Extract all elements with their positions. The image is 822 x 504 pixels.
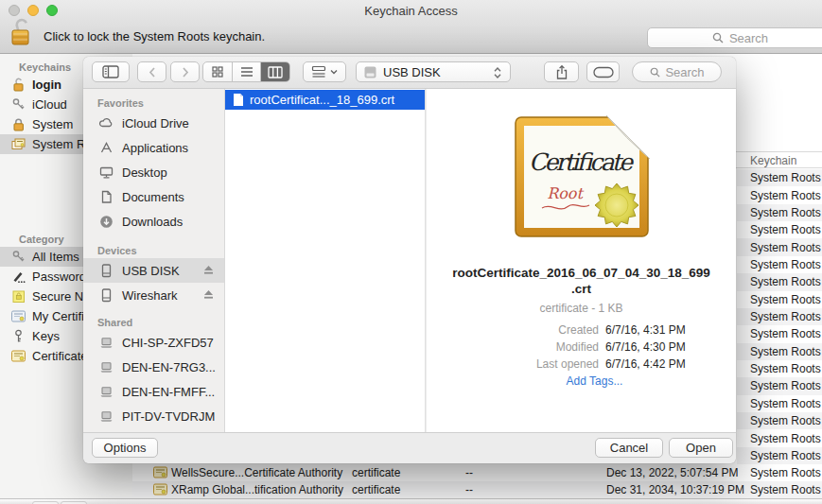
sidebar-item-shared-computer[interactable]: CHI-SP-ZXFD57 <box>83 330 224 355</box>
usb-drive-icon <box>98 263 114 279</box>
preview-pane: Certificate Root rootCertificate_2016_06… <box>427 89 736 433</box>
icon-view-button[interactable] <box>203 62 232 81</box>
lock-banner-text[interactable]: Click to lock the System Roots keychain. <box>44 29 265 43</box>
chevron-left-icon <box>146 65 159 79</box>
grid-view-icon <box>211 65 224 78</box>
created-label: Created <box>427 322 599 339</box>
certificate-icon <box>153 466 167 481</box>
keychain-column-rows: System RootsSystem RootsSystem RootsSyst… <box>737 169 822 464</box>
keys-icon <box>11 250 26 264</box>
open-button[interactable]: Open <box>669 438 733 458</box>
sidebar-item-shared-computer[interactable]: DEN-EN-7RG3... <box>83 355 224 379</box>
sidebar-item-documents[interactable]: Documents <box>83 184 224 209</box>
keychain-cell[interactable]: System Roots <box>737 429 822 446</box>
dialog-body: Favorites iCloud Drive Applications Desk… <box>83 89 736 433</box>
list-view-icon <box>240 65 254 78</box>
file-row-selected[interactable]: rootCertificat..._18_699.crt <box>225 90 425 110</box>
dialog-toolbar: USB DISK Search <box>83 57 736 89</box>
eject-icon[interactable] <box>202 264 215 276</box>
keychain-cell[interactable]: System Roots <box>737 291 822 308</box>
keychain-cell[interactable]: System Roots <box>737 204 822 221</box>
file-name: rootCertificat..._18_699.crt <box>250 93 394 107</box>
tag-button[interactable] <box>586 61 620 82</box>
share-icon <box>554 64 569 80</box>
cert-date-cell: -- <box>465 466 473 479</box>
lock-open-icon[interactable] <box>9 17 34 52</box>
sidebar-item-downloads[interactable]: Downloads <box>83 209 224 234</box>
sidebar-item-usb-disk[interactable]: USB DISK <box>83 258 224 283</box>
table-row[interactable]: XRamp Global...tification Authority cert… <box>132 481 822 498</box>
add-tags-link[interactable]: Add Tags... <box>427 374 736 388</box>
keychain-cell[interactable]: System Roots <box>737 308 822 325</box>
certificate-icon <box>153 483 167 498</box>
up-down-chevrons-icon <box>491 65 504 80</box>
preview-metadata: Created6/7/16, 4:31 PM Modified6/7/16, 4… <box>427 322 736 373</box>
arrange-icon <box>311 65 326 78</box>
column-view-button[interactable] <box>260 62 289 81</box>
keychain-cell[interactable]: System Roots <box>737 221 822 238</box>
location-label: USB DISK <box>383 65 441 79</box>
keychain-cell[interactable]: System Roots <box>737 256 822 273</box>
keychain-cell[interactable]: System Roots <box>737 186 822 203</box>
keychain-cell[interactable]: System Roots <box>737 238 822 255</box>
eject-icon[interactable] <box>202 288 215 301</box>
dialog-search-input[interactable]: Search <box>632 61 722 82</box>
keychain-cell[interactable]: System Roots <box>737 447 822 464</box>
laptop-icon <box>98 335 114 351</box>
location-popup-button[interactable]: USB DISK <box>356 61 511 82</box>
keychain-cell[interactable]: System Roots <box>737 343 822 360</box>
column-view-icon <box>268 66 283 78</box>
keychain-cell[interactable]: System Roots <box>737 412 822 429</box>
window-bottom-bar <box>0 498 822 504</box>
keychain-search-input[interactable]: Search <box>647 27 822 48</box>
sidebar-item-icloud-drive[interactable]: iCloud Drive <box>83 111 224 135</box>
favorites-header: Favorites <box>83 97 224 111</box>
sidebar-item-applications[interactable]: Applications <box>83 135 224 160</box>
share-button[interactable] <box>544 61 579 82</box>
preview-kind-size: certificate - 1 KB <box>427 302 736 315</box>
options-button[interactable]: Options <box>92 438 158 458</box>
cert-kind-cell: certificate <box>352 483 400 496</box>
list-view-button[interactable] <box>232 62 261 81</box>
shared-header: Shared <box>83 317 224 330</box>
search-placeholder: Search <box>665 65 704 79</box>
laptop-icon <box>98 359 114 375</box>
cert-keychain-cell: System Roots <box>750 466 821 479</box>
cancel-button[interactable]: Cancel <box>595 438 663 458</box>
keychain-cell[interactable]: System Roots <box>737 169 822 186</box>
sidebar-item-desktop[interactable]: Desktop <box>83 160 224 184</box>
cert-date-cell: -- <box>465 483 473 496</box>
sidebar-toggle-icon <box>102 64 119 79</box>
svg-text:Root: Root <box>547 184 584 202</box>
certificate-icon <box>11 350 26 362</box>
table-row[interactable]: WellsSecure...Certificate Authority cert… <box>132 464 822 481</box>
keychain-cell[interactable]: System Roots <box>737 377 822 394</box>
keychain-cell[interactable]: System Roots <box>737 395 822 412</box>
last-opened-value: 6/7/16, 4:42 PM <box>605 356 686 373</box>
shared-list: CHI-SP-ZXFD57 DEN-EN-7RG3... DEN-EN-FMFF… <box>83 330 224 428</box>
modified-value: 6/7/16, 4:30 PM <box>605 339 686 356</box>
sidebar-item-wireshark[interactable]: Wireshark <box>83 283 224 307</box>
cert-expires-cell: Dec 13, 2022, 5:07:54 PM <box>606 466 738 479</box>
file-list-column: rootCertificat..._18_699.crt <box>225 89 426 433</box>
keychain-cell[interactable]: System Roots <box>737 325 822 342</box>
certificate-stack-icon <box>11 137 26 151</box>
documents-icon <box>98 189 114 205</box>
open-file-dialog: USB DISK Search Favorites iCloud Drive <box>83 57 736 463</box>
arrange-menu-button[interactable] <box>303 61 346 82</box>
forward-button[interactable] <box>170 61 200 82</box>
keychain-cell[interactable]: System Roots <box>737 273 822 290</box>
sidebar-item-shared-computer[interactable]: DEN-EN-FMFF... <box>83 379 224 404</box>
cert-name-cell: WellsSecure...Certificate Authority <box>171 466 342 479</box>
dialog-sidebar: Favorites iCloud Drive Applications Desk… <box>83 89 225 433</box>
sidebar-item-shared-computer[interactable]: PIT-DV-TVDRJM <box>83 404 224 428</box>
last-opened-label: Last opened <box>427 356 599 373</box>
certificate-preview-icon: Certificate Root <box>506 112 657 244</box>
usb-drive-icon <box>98 287 114 304</box>
modified-label: Modified <box>427 339 599 356</box>
back-button[interactable] <box>137 61 166 82</box>
cert-expires-cell: Dec 31, 2034, 10:37:19 PM <box>606 483 744 496</box>
keychain-cell[interactable]: System Roots <box>737 360 822 377</box>
sidebar-toggle-button[interactable] <box>92 61 130 82</box>
lock-open-icon <box>11 78 26 92</box>
